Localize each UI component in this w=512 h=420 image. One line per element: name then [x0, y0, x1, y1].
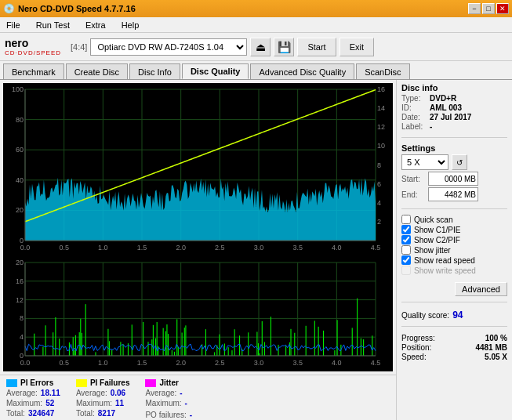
window-controls: − □ ✕ — [468, 3, 509, 14]
exit-button[interactable]: Exit — [340, 38, 374, 56]
show-write-speed-checkbox[interactable] — [401, 266, 411, 275]
divider-1 — [401, 137, 507, 138]
id-value: AML 003 — [430, 103, 462, 112]
drive-bracket: [4:4] — [71, 42, 87, 52]
divider-2 — [401, 208, 507, 209]
main-content: PI Errors Average: 18.11 Maximum: 52 Tot… — [0, 80, 512, 420]
divider-3 — [401, 302, 507, 302]
close-btn[interactable]: ✕ — [496, 3, 509, 14]
chart-section: PI Errors Average: 18.11 Maximum: 52 Tot… — [0, 80, 396, 420]
speed-label: Speed: — [401, 353, 427, 361]
title-bar: 💿 Nero CD-DVD Speed 4.7.7.16 − □ ✕ — [0, 0, 512, 17]
start-mb-row: Start: — [401, 172, 507, 186]
quick-scan-label: Quick scan — [414, 215, 452, 224]
end-mb-row: End: — [401, 187, 507, 201]
refresh-icon[interactable]: ↺ — [452, 154, 467, 170]
pi-errors-total-value: 324647 — [28, 409, 54, 418]
settings-section: Settings 5 X ↺ Start: End: — [401, 143, 507, 203]
disc-label-label: Label: — [401, 122, 427, 131]
pi-failures-max-label: Maximum: — [76, 399, 112, 407]
speed-row: Speed: 5.05 X — [401, 353, 507, 361]
nero-logo: nero CD·DVD/SPEED — [5, 37, 61, 56]
pi-errors-max-label: Maximum: — [6, 399, 42, 407]
quick-scan-checkbox[interactable] — [401, 215, 411, 224]
pi-failures-total-value: 8217 — [98, 409, 115, 418]
tab-advanced-disc-quality[interactable]: Advanced Disc Quality — [250, 63, 354, 79]
chart-area — [3, 83, 393, 371]
show-c1-pie-label: Show C1/PIE — [414, 226, 460, 234]
eject-icon[interactable]: ⏏ — [250, 38, 271, 56]
legend-pi-errors: PI Errors Average: 18.11 Maximum: 52 Tot… — [6, 378, 60, 417]
tab-disc-quality[interactable]: Disc Quality — [182, 63, 249, 79]
pi-errors-max-value: 52 — [45, 399, 54, 407]
quality-score-row: Quality score: 94 — [401, 310, 507, 320]
tabs-bar: Benchmark Create Disc Disc Info Disc Qua… — [0, 61, 512, 80]
menu-file[interactable]: File — [3, 19, 24, 31]
start-input[interactable] — [428, 172, 478, 186]
type-value: DVD+R — [430, 94, 456, 103]
progress-value: 100 % — [485, 334, 507, 342]
legend-pi-failures: PI Failures Average: 0.06 Maximum: 11 To… — [76, 378, 130, 417]
jitter-max-label: Maximum: — [145, 399, 181, 407]
show-jitter-row: Show jitter — [401, 245, 507, 255]
show-write-speed-label: Show write speed — [414, 266, 476, 275]
end-input[interactable] — [428, 187, 478, 201]
po-failures-value: - — [190, 411, 192, 419]
advanced-button[interactable]: Advanced — [455, 282, 507, 296]
show-c1-pie-checkbox[interactable] — [401, 225, 411, 234]
show-write-speed-row: Show write speed — [401, 266, 507, 275]
progress-label: Progress: — [401, 334, 435, 342]
tab-benchmark[interactable]: Benchmark — [3, 63, 64, 79]
speed-value: 5.05 X — [485, 353, 507, 361]
progress-row: Progress: 100 % — [401, 334, 507, 342]
drive-selector[interactable]: Optiarc DVD RW AD-7240S 1.04 — [90, 38, 247, 56]
jitter-title: Jitter — [159, 378, 178, 387]
show-c1-pie-row: Show C1/PIE — [401, 225, 507, 234]
minimize-btn[interactable]: − — [468, 3, 481, 14]
disc-info-header: Disc info — [401, 83, 507, 92]
position-row: Position: 4481 MB — [401, 343, 507, 352]
quality-value: 94 — [452, 310, 463, 320]
pi-failures-max-value: 11 — [115, 399, 124, 407]
date-label: Date: — [401, 113, 427, 121]
progress-section: Progress: 100 % Position: 4481 MB Speed:… — [401, 334, 507, 362]
pi-errors-avg-label: Average: — [6, 389, 38, 397]
pi-failures-total-label: Total: — [76, 409, 95, 418]
jitter-avg-label: Average: — [145, 389, 176, 397]
quick-scan-row: Quick scan — [401, 215, 507, 224]
end-label: End: — [401, 190, 425, 199]
jitter-max-value: - — [185, 399, 187, 407]
settings-header: Settings — [401, 143, 507, 153]
maximize-btn[interactable]: □ — [482, 3, 495, 14]
toolbar: nero CD·DVD/SPEED [4:4] Optiarc DVD RW A… — [0, 33, 512, 61]
date-value: 27 Jul 2017 — [430, 113, 471, 121]
menu-run-test[interactable]: Run Test — [33, 19, 73, 31]
top-chart — [3, 83, 393, 256]
jitter-color — [145, 379, 156, 387]
pi-errors-title: PI Errors — [20, 378, 53, 387]
right-panel: Disc info Type: DVD+R ID: AML 003 Date: … — [396, 80, 512, 420]
menu-extra[interactable]: Extra — [82, 19, 109, 31]
legend-jitter: Jitter Average: - Maximum: - PO failures… — [145, 378, 192, 417]
start-label: Start: — [401, 175, 425, 183]
menu-bar: File Run Test Extra Help — [0, 17, 512, 33]
show-jitter-label: Show jitter — [414, 246, 451, 255]
checkboxes-section: Quick scan Show C1/PIE Show C2/PIF Show … — [401, 215, 507, 276]
start-button[interactable]: Start — [297, 38, 336, 56]
speed-selector[interactable]: 5 X — [401, 154, 448, 170]
show-c2-pif-checkbox[interactable] — [401, 235, 411, 244]
app-icon: 💿 — [3, 3, 15, 14]
tab-create-disc[interactable]: Create Disc — [66, 63, 128, 79]
tab-scan-disc[interactable]: ScanDisc — [356, 63, 409, 79]
show-read-speed-checkbox[interactable] — [401, 255, 411, 265]
tab-disc-info[interactable]: Disc Info — [129, 63, 180, 79]
show-jitter-checkbox[interactable] — [401, 245, 411, 255]
legend-area: PI Errors Average: 18.11 Maximum: 52 Tot… — [0, 375, 396, 420]
pi-failures-color — [76, 379, 87, 387]
position-value: 4481 MB — [475, 343, 507, 352]
disc-info-section: Disc info Type: DVD+R ID: AML 003 Date: … — [401, 83, 507, 132]
quality-label: Quality score: — [401, 311, 449, 320]
pi-errors-avg-value: 18.11 — [41, 389, 60, 397]
save-icon[interactable]: 💾 — [274, 38, 294, 56]
menu-help[interactable]: Help — [118, 19, 143, 31]
